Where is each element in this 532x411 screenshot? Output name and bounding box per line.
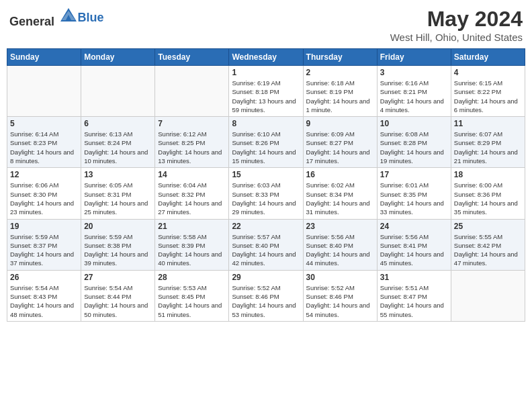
- day-info: Sunrise: 6:08 AMSunset: 8:28 PMDaylight:…: [380, 130, 448, 165]
- logo-blue: Blue: [78, 11, 104, 25]
- column-header-sunday: Sunday: [7, 49, 81, 66]
- day-info: Sunrise: 6:00 AMSunset: 8:36 PMDaylight:…: [454, 181, 522, 216]
- day-info: Sunrise: 6:03 AMSunset: 8:33 PMDaylight:…: [232, 181, 300, 216]
- calendar-week-row: 1Sunrise: 6:19 AMSunset: 8:18 PMDaylight…: [7, 66, 525, 117]
- calendar-day: 19Sunrise: 5:59 AMSunset: 8:37 PMDayligh…: [7, 219, 81, 270]
- column-header-monday: Monday: [81, 49, 155, 66]
- day-info: Sunrise: 6:10 AMSunset: 8:26 PMDaylight:…: [232, 130, 300, 165]
- calendar-day: 20Sunrise: 5:59 AMSunset: 8:38 PMDayligh…: [81, 219, 155, 270]
- page-header: General Blue May 2024 West Hill, Ohio, U…: [7, 7, 525, 43]
- calendar-day: 15Sunrise: 6:03 AMSunset: 8:33 PMDayligh…: [229, 168, 303, 219]
- day-number: 1: [232, 68, 300, 77]
- calendar-header-row: SundayMondayTuesdayWednesdayThursdayFrid…: [7, 49, 525, 66]
- day-number: 25: [454, 222, 522, 231]
- day-number: 18: [454, 170, 522, 179]
- day-number: 17: [380, 170, 448, 179]
- calendar-day: 11Sunrise: 6:07 AMSunset: 8:29 PMDayligh…: [451, 117, 525, 168]
- day-number: 22: [232, 222, 300, 231]
- calendar-day: 25Sunrise: 5:55 AMSunset: 8:42 PMDayligh…: [451, 219, 525, 270]
- day-number: 26: [10, 273, 78, 282]
- calendar-day: 6Sunrise: 6:13 AMSunset: 8:24 PMDaylight…: [81, 117, 155, 168]
- calendar-day: 27Sunrise: 5:54 AMSunset: 8:44 PMDayligh…: [81, 270, 155, 321]
- day-info: Sunrise: 6:02 AMSunset: 8:34 PMDaylight:…: [306, 181, 374, 216]
- day-info: Sunrise: 6:15 AMSunset: 8:22 PMDaylight:…: [454, 79, 522, 114]
- calendar-day: 2Sunrise: 6:18 AMSunset: 8:19 PMDaylight…: [303, 66, 377, 117]
- calendar-day: 9Sunrise: 6:09 AMSunset: 8:27 PMDaylight…: [303, 117, 377, 168]
- page-subtitle: West Hill, Ohio, United States: [390, 32, 523, 43]
- calendar-day: 26Sunrise: 5:54 AMSunset: 8:43 PMDayligh…: [7, 270, 81, 321]
- calendar-day: 13Sunrise: 6:05 AMSunset: 8:31 PMDayligh…: [81, 168, 155, 219]
- calendar-week-row: 5Sunrise: 6:14 AMSunset: 8:23 PMDaylight…: [7, 117, 525, 168]
- day-info: Sunrise: 5:57 AMSunset: 8:40 PMDaylight:…: [232, 232, 300, 268]
- calendar-day: 18Sunrise: 6:00 AMSunset: 8:36 PMDayligh…: [451, 168, 525, 219]
- day-info: Sunrise: 6:19 AMSunset: 8:18 PMDaylight:…: [232, 79, 300, 114]
- calendar-day: 16Sunrise: 6:02 AMSunset: 8:34 PMDayligh…: [303, 168, 377, 219]
- day-number: 3: [380, 68, 448, 77]
- calendar-day: [81, 66, 155, 117]
- column-header-tuesday: Tuesday: [155, 49, 229, 66]
- day-info: Sunrise: 6:05 AMSunset: 8:31 PMDaylight:…: [84, 181, 152, 216]
- calendar-day: 17Sunrise: 6:01 AMSunset: 8:35 PMDayligh…: [377, 168, 451, 219]
- logo-text: General: [9, 7, 78, 29]
- day-number: 6: [84, 119, 152, 128]
- day-number: 13: [84, 170, 152, 179]
- calendar-day: 12Sunrise: 6:06 AMSunset: 8:30 PMDayligh…: [7, 168, 81, 219]
- day-number: 21: [158, 222, 226, 231]
- calendar-day: 23Sunrise: 5:56 AMSunset: 8:40 PMDayligh…: [303, 219, 377, 270]
- day-number: 29: [232, 273, 300, 282]
- day-number: 16: [306, 170, 374, 179]
- calendar-day: 30Sunrise: 5:52 AMSunset: 8:46 PMDayligh…: [303, 270, 377, 321]
- calendar-day: [7, 66, 81, 117]
- column-header-wednesday: Wednesday: [229, 49, 303, 66]
- day-info: Sunrise: 5:56 AMSunset: 8:41 PMDaylight:…: [380, 232, 448, 268]
- calendar-day: 5Sunrise: 6:14 AMSunset: 8:23 PMDaylight…: [7, 117, 81, 168]
- day-info: Sunrise: 6:13 AMSunset: 8:24 PMDaylight:…: [84, 130, 152, 165]
- day-info: Sunrise: 6:07 AMSunset: 8:29 PMDaylight:…: [454, 130, 522, 165]
- calendar-day: 29Sunrise: 5:52 AMSunset: 8:46 PMDayligh…: [229, 270, 303, 321]
- day-number: 4: [454, 68, 522, 77]
- day-info: Sunrise: 5:55 AMSunset: 8:42 PMDaylight:…: [454, 232, 522, 268]
- day-number: 31: [380, 273, 448, 282]
- day-number: 11: [454, 119, 522, 128]
- day-number: 23: [306, 222, 374, 231]
- day-info: Sunrise: 5:59 AMSunset: 8:38 PMDaylight:…: [84, 232, 152, 268]
- calendar-day: 10Sunrise: 6:08 AMSunset: 8:28 PMDayligh…: [377, 117, 451, 168]
- calendar-week-row: 26Sunrise: 5:54 AMSunset: 8:43 PMDayligh…: [7, 270, 525, 321]
- column-header-thursday: Thursday: [303, 49, 377, 66]
- logo: General Blue: [9, 7, 104, 29]
- day-info: Sunrise: 6:14 AMSunset: 8:23 PMDaylight:…: [10, 130, 78, 165]
- title-block: May 2024 West Hill, Ohio, United States: [390, 7, 523, 43]
- calendar-day: 31Sunrise: 5:51 AMSunset: 8:47 PMDayligh…: [377, 270, 451, 321]
- calendar-day: [451, 270, 525, 321]
- page-title: May 2024: [390, 7, 523, 32]
- day-number: 8: [232, 119, 300, 128]
- day-number: 15: [232, 170, 300, 179]
- day-number: 24: [380, 222, 448, 231]
- day-info: Sunrise: 5:51 AMSunset: 8:47 PMDaylight:…: [380, 283, 448, 319]
- day-number: 19: [10, 222, 78, 231]
- day-number: 28: [158, 273, 226, 282]
- calendar-day: 14Sunrise: 6:04 AMSunset: 8:32 PMDayligh…: [155, 168, 229, 219]
- day-info: Sunrise: 5:58 AMSunset: 8:39 PMDaylight:…: [158, 232, 226, 268]
- day-number: 20: [84, 222, 152, 231]
- day-info: Sunrise: 6:16 AMSunset: 8:21 PMDaylight:…: [380, 79, 448, 114]
- calendar-day: 24Sunrise: 5:56 AMSunset: 8:41 PMDayligh…: [377, 219, 451, 270]
- day-info: Sunrise: 6:04 AMSunset: 8:32 PMDaylight:…: [158, 181, 226, 216]
- day-info: Sunrise: 6:01 AMSunset: 8:35 PMDaylight:…: [380, 181, 448, 216]
- day-number: 2: [306, 68, 374, 77]
- calendar-table: SundayMondayTuesdayWednesdayThursdayFrid…: [7, 48, 525, 322]
- day-info: Sunrise: 5:53 AMSunset: 8:45 PMDaylight:…: [158, 283, 226, 319]
- column-header-saturday: Saturday: [451, 49, 525, 66]
- day-info: Sunrise: 5:54 AMSunset: 8:43 PMDaylight:…: [10, 283, 78, 319]
- day-info: Sunrise: 5:59 AMSunset: 8:37 PMDaylight:…: [10, 232, 78, 268]
- calendar-week-row: 19Sunrise: 5:59 AMSunset: 8:37 PMDayligh…: [7, 219, 525, 270]
- calendar-day: 21Sunrise: 5:58 AMSunset: 8:39 PMDayligh…: [155, 219, 229, 270]
- calendar-day: 7Sunrise: 6:12 AMSunset: 8:25 PMDaylight…: [155, 117, 229, 168]
- day-info: Sunrise: 5:56 AMSunset: 8:40 PMDaylight:…: [306, 232, 374, 268]
- day-info: Sunrise: 6:12 AMSunset: 8:25 PMDaylight:…: [158, 130, 226, 165]
- day-number: 7: [158, 119, 226, 128]
- logo-icon: [59, 7, 78, 26]
- day-info: Sunrise: 6:18 AMSunset: 8:19 PMDaylight:…: [306, 79, 374, 114]
- calendar-day: 3Sunrise: 6:16 AMSunset: 8:21 PMDaylight…: [377, 66, 451, 117]
- day-number: 10: [380, 119, 448, 128]
